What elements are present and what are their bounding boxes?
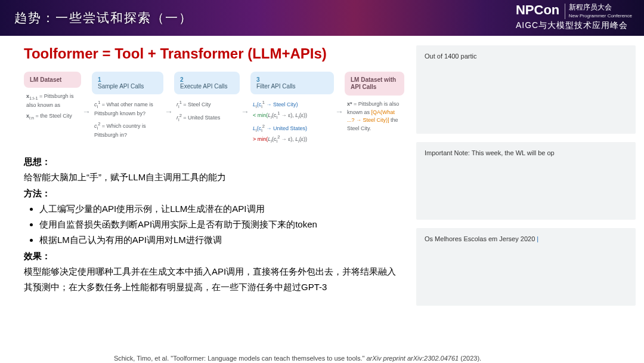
- filter-row-1: Li(ci1 → Steel City) < min(Li(ci1 → ε), …: [250, 98, 334, 122]
- arrow-icon: →: [335, 101, 343, 116]
- box-lm-dataset-api: LM Dataset with API Calls: [345, 72, 404, 96]
- slide-title: Toolformer = Tool + Transformer (LLM+API…: [24, 45, 404, 62]
- side-card-accent: |: [537, 235, 538, 242]
- idea-text: 给智能大脑加上“手”，赋予LLM自主调用工具的能力: [24, 170, 404, 185]
- side-card-text: Important Note: This week, the WL will b…: [425, 149, 555, 156]
- diagram-col-sample: 1Sample API Calls ci1 = What other name …: [92, 72, 163, 140]
- filter-row-2: Li(ci2 → United States) > min(Li(ci2 → ε…: [250, 122, 334, 146]
- citation-pre: Schick, Timo, et al. "Toolformer: Langua…: [114, 355, 367, 362]
- logo-sub: 新程序员大会 New Programmer Conference: [565, 4, 632, 19]
- section-heading-idea: 思想：: [24, 154, 404, 170]
- header-subline: AIGC与大模型技术应用峰会: [516, 20, 632, 31]
- box-filter-api: 3Filter API Calls: [250, 72, 334, 94]
- method-item: 人工编写少量的API使用示例，让LLM生成潜在的API调用: [39, 201, 404, 217]
- side-card-text: Os Melhores Escolas em Jersey 2020: [425, 235, 537, 242]
- slide-header: 趋势：一些尝试和探索（一） NPCon 新程序员大会 New Programme…: [0, 0, 644, 36]
- side-card-1: Out of 1400 partic: [416, 45, 636, 134]
- dataset-example-2: xi:n = the Steel City: [24, 111, 81, 122]
- diagram-col-filter: 3Filter API Calls Li(ci1 → Steel City) <…: [250, 72, 334, 146]
- main-column: Toolformer = Tool + Transformer (LLM+API…: [0, 36, 416, 363]
- citation: Schick, Timo, et al. "Toolformer: Langua…: [0, 355, 595, 362]
- citation-ital: arXiv preprint arXiv:2302.04761: [366, 355, 459, 362]
- dataset-example-1: x1:i-1 = Pittsburgh is also known as: [24, 91, 81, 111]
- section-heading-result: 效果：: [24, 248, 404, 264]
- header-title: 趋势：一些尝试和探索（一）: [14, 10, 193, 26]
- execute-row-1: ri1 = Steel City: [174, 98, 240, 111]
- output-example: x* = Pittsburgh is also known as [QA(Wha…: [345, 99, 404, 134]
- result-text: 模型能够决定使用哪种工具并在生成文本中插入API调用，直接将任务外包出去，并将结…: [24, 264, 404, 296]
- box-execute-api: 2Execute API Calls: [174, 72, 240, 94]
- method-list: 人工编写少量的API使用示例，让LLM生成潜在的API调用 使用自监督损失函数判…: [24, 201, 404, 248]
- method-item: 根据LM自己认为有用的API调用对LM进行微调: [39, 232, 404, 248]
- diagram-col-dataset: LM Dataset x1:i-1 = Pittsburgh is also k…: [24, 72, 81, 122]
- content-body: 思想： 给智能大脑加上“手”，赋予LLM自主调用工具的能力 方法： 人工编写少量…: [24, 154, 404, 295]
- arrow-icon: →: [241, 101, 249, 116]
- sample-row-2: ci2 = Which country is Pittsburgh in?: [92, 119, 163, 141]
- box-sample-api: 1Sample API Calls: [92, 72, 163, 94]
- citation-post: (2023).: [459, 355, 481, 362]
- diagram-col-output: LM Dataset with API Calls x* = Pittsburg…: [345, 72, 404, 134]
- side-card-2: Important Note: This week, the WL will b…: [416, 142, 636, 220]
- arrow-icon: →: [82, 101, 91, 116]
- side-column: Out of 1400 partic Important Note: This …: [416, 36, 644, 363]
- logo-con: Con: [534, 4, 560, 17]
- diagram-col-execute: 2Execute API Calls ri1 = Steel City ri2 …: [174, 72, 240, 124]
- side-card-3: Os Melhores Escolas em Jersey 2020 |: [416, 228, 636, 306]
- sample-row-1: ci1 = What other name is Pittsburgh know…: [92, 98, 163, 119]
- logo-en: New Programmer Conference: [569, 13, 632, 19]
- box-lm-dataset: LM Dataset: [24, 72, 81, 88]
- toolformer-diagram: LM Dataset x1:i-1 = Pittsburgh is also k…: [24, 72, 404, 146]
- logo-cn: 新程序员大会: [569, 3, 612, 11]
- npcon-logo: NPCon 新程序员大会 New Programmer Conference: [516, 4, 632, 19]
- side-card-text: Out of 1400 partic: [425, 53, 476, 60]
- body-wrap: Toolformer = Tool + Transformer (LLM+API…: [0, 36, 644, 363]
- section-heading-method: 方法：: [24, 186, 404, 201]
- arrow-icon: →: [165, 101, 173, 116]
- logo-np: NP: [516, 4, 534, 17]
- header-branding: NPCon 新程序员大会 New Programmer Conference A…: [516, 4, 632, 31]
- execute-row-2: ri2 = United States: [174, 111, 240, 124]
- method-item: 使用自监督损失函数判断API调用实际上是否有助于预测接下来的token: [39, 217, 404, 232]
